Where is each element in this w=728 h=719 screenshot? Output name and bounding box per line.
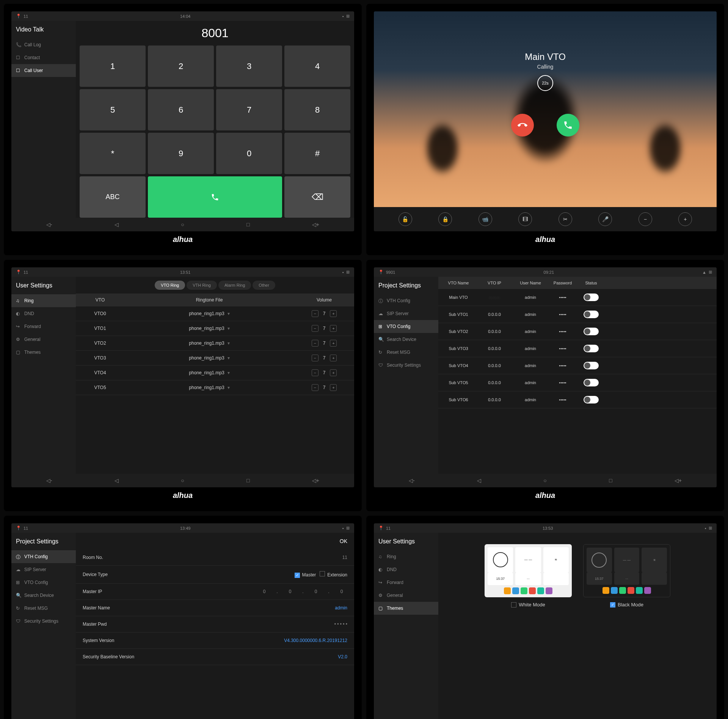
nav-recent[interactable]: □ bbox=[609, 477, 612, 484]
extension-checkbox[interactable] bbox=[320, 571, 325, 576]
key-9[interactable]: 9 bbox=[148, 133, 214, 174]
vol-up-button[interactable]: + bbox=[330, 310, 337, 317]
key-*[interactable]: * bbox=[80, 133, 146, 174]
sidebar-item-themes[interactable]: ▢Themes bbox=[374, 602, 438, 615]
vto-user[interactable]: admin bbox=[513, 295, 548, 300]
sidebar-item-ring[interactable]: ♫Ring bbox=[11, 294, 76, 307]
vto-user[interactable]: admin bbox=[513, 397, 548, 402]
nav-back[interactable]: ◁ bbox=[477, 477, 481, 484]
vol-down-button[interactable]: − bbox=[312, 355, 318, 361]
vol-up-button[interactable]: + bbox=[330, 384, 337, 391]
status-toggle[interactable] bbox=[584, 328, 599, 335]
tab-other[interactable]: Other bbox=[253, 281, 275, 290]
vto-user[interactable]: admin bbox=[513, 380, 548, 385]
vto-ip[interactable]: 0.0.0.0 bbox=[475, 363, 513, 368]
sidebar-item-forward[interactable]: ↪Forward bbox=[374, 576, 438, 589]
nav-vol-down[interactable]: ◁- bbox=[46, 221, 52, 228]
vto-password[interactable]: ••••• bbox=[548, 329, 578, 334]
nav-vol-up[interactable]: ◁+ bbox=[312, 221, 319, 228]
key-6[interactable]: 6 bbox=[148, 89, 214, 130]
sidebar-item-sip-server[interactable]: ☁SIP Server bbox=[11, 563, 76, 576]
sidebar-item-security-settings[interactable]: 🛡Security Settings bbox=[11, 615, 76, 628]
vol-down-button[interactable]: − bbox=[312, 369, 318, 376]
key-4[interactable]: 4 bbox=[284, 46, 350, 87]
vol-down-button[interactable]: − bbox=[312, 325, 318, 332]
sidebar-item-general[interactable]: ⚙General bbox=[374, 589, 438, 602]
nav-vol-up[interactable]: ◁+ bbox=[675, 477, 682, 484]
tool-button-3[interactable]: 🎞 bbox=[518, 212, 532, 226]
vto-password[interactable]: ••••• bbox=[548, 397, 578, 402]
sidebar-item-call-log[interactable]: 📞Call Log bbox=[11, 38, 76, 51]
key-2[interactable]: 2 bbox=[148, 46, 214, 87]
sidebar-item-search-device[interactable]: 🔍Search Device bbox=[374, 333, 438, 346]
sidebar-item-sip-server[interactable]: ☁SIP Server bbox=[374, 307, 438, 320]
tool-button-0[interactable]: 🔓 bbox=[399, 212, 412, 226]
nav-home[interactable]: ○ bbox=[181, 221, 184, 228]
dropdown-icon[interactable]: ▾ bbox=[228, 341, 230, 346]
vto-password[interactable]: ••••• bbox=[548, 380, 578, 385]
white-checkbox[interactable] bbox=[511, 602, 516, 608]
field-value[interactable]: V2.0 bbox=[338, 654, 347, 659]
sidebar-item-general[interactable]: ⚙General bbox=[11, 333, 76, 346]
dropdown-icon[interactable]: ▾ bbox=[228, 385, 230, 390]
ok-button[interactable]: OK bbox=[76, 533, 354, 549]
vto-user[interactable]: admin bbox=[513, 312, 548, 317]
status-toggle[interactable] bbox=[584, 379, 599, 386]
tab-alarm-ring[interactable]: Alarm Ring bbox=[218, 281, 251, 290]
black-checkbox[interactable]: ✓ bbox=[610, 602, 615, 608]
delete-button[interactable]: ⌫ bbox=[284, 176, 350, 218]
vol-down-button[interactable]: − bbox=[312, 340, 318, 347]
tool-button-4[interactable]: ✂ bbox=[559, 212, 572, 226]
sidebar-item-reset-msg[interactable]: ↻Reset MSG bbox=[374, 346, 438, 359]
status-toggle[interactable] bbox=[584, 311, 599, 318]
status-toggle[interactable] bbox=[584, 345, 599, 352]
tool-button-7[interactable]: + bbox=[678, 212, 692, 226]
dropdown-icon[interactable]: ▾ bbox=[228, 311, 230, 316]
status-toggle[interactable] bbox=[584, 396, 599, 403]
nav-home[interactable]: ○ bbox=[181, 477, 184, 484]
nav-home[interactable]: ○ bbox=[543, 477, 546, 484]
tool-button-2[interactable]: 📹 bbox=[479, 212, 492, 226]
call-button[interactable] bbox=[148, 176, 282, 218]
status-toggle[interactable] bbox=[584, 294, 599, 301]
vol-up-button[interactable]: + bbox=[330, 340, 337, 347]
sidebar-item-themes[interactable]: ▢Themes bbox=[11, 346, 76, 359]
tab-vto-ring[interactable]: VTO Ring bbox=[155, 281, 185, 290]
sidebar-item-dnd[interactable]: ◐DND bbox=[11, 307, 76, 320]
vto-user[interactable]: admin bbox=[513, 329, 548, 334]
vto-ip[interactable]: 0.0.0.0 bbox=[475, 397, 513, 402]
vto-ip[interactable]: 0.0.0.0 bbox=[475, 380, 513, 385]
answer-button[interactable] bbox=[557, 114, 579, 137]
tab-vth-ring[interactable]: VTH Ring bbox=[187, 281, 217, 290]
vto-ip[interactable]: -- -- -- bbox=[475, 295, 513, 300]
dropdown-icon[interactable]: ▾ bbox=[228, 370, 230, 375]
nav-vol-down[interactable]: ◁- bbox=[409, 477, 415, 484]
key-5[interactable]: 5 bbox=[80, 89, 146, 130]
status-toggle[interactable] bbox=[584, 362, 599, 369]
key-0[interactable]: 0 bbox=[216, 133, 282, 174]
field-value[interactable]: • • • • • bbox=[334, 622, 347, 627]
nav-recent[interactable]: □ bbox=[246, 221, 249, 228]
vto-user[interactable]: admin bbox=[513, 363, 548, 368]
vol-down-button[interactable]: − bbox=[312, 384, 318, 391]
nav-back[interactable]: ◁ bbox=[115, 221, 119, 228]
sidebar-item-ring[interactable]: ♫Ring bbox=[374, 550, 438, 563]
tool-button-1[interactable]: 🔒 bbox=[438, 212, 452, 226]
sidebar-item-security-settings[interactable]: 🛡Security Settings bbox=[374, 359, 438, 372]
tool-button-6[interactable]: − bbox=[639, 212, 652, 226]
sidebar-item-vth-config[interactable]: ⓘVTH Config bbox=[374, 294, 438, 307]
vto-user[interactable]: admin bbox=[513, 346, 548, 351]
key-3[interactable]: 3 bbox=[216, 46, 282, 87]
nav-vol-down[interactable]: ◁- bbox=[46, 477, 52, 484]
sidebar-item-vth-config[interactable]: ⓘVTH Config bbox=[11, 550, 76, 563]
dropdown-icon[interactable]: ▾ bbox=[228, 326, 230, 331]
vol-up-button[interactable]: + bbox=[330, 325, 337, 332]
theme-white[interactable]: — —☀ 15:37··· White Mode bbox=[485, 544, 572, 608]
key-1[interactable]: 1 bbox=[80, 46, 146, 87]
sidebar-item-vto-config[interactable]: ⊞VTO Config bbox=[374, 320, 438, 333]
hangup-button[interactable] bbox=[511, 114, 534, 137]
vol-up-button[interactable]: + bbox=[330, 355, 337, 361]
key-#[interactable]: # bbox=[284, 133, 350, 174]
key-8[interactable]: 8 bbox=[284, 89, 350, 130]
vto-password[interactable]: ••••• bbox=[548, 363, 578, 368]
